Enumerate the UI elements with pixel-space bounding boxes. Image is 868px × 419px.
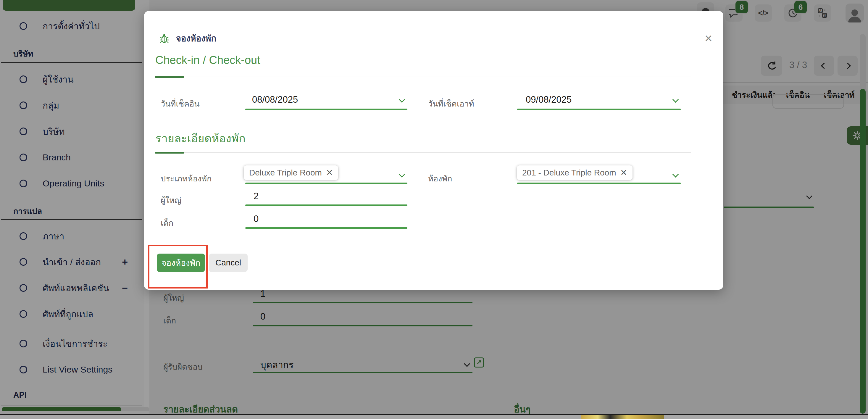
app-root: การตั้งค่าทั่วไป บริษัท ผู้ใช้งาน กลุ่ม … — [0, 0, 868, 419]
adults-value[interactable]: 2 — [253, 191, 258, 202]
checkin-field-underline — [245, 109, 407, 110]
chevron-down-icon[interactable] — [673, 171, 679, 178]
checkinout-section-heading: Check-in / Check-out — [155, 54, 260, 67]
bottom-screen-edge — [0, 414, 868, 419]
book-room-button[interactable]: จองห้องพัก — [157, 253, 205, 272]
dialog-header: จองห้องพัก — [159, 32, 216, 45]
room-section-heading: รายละเอียดห้องพัก — [155, 129, 246, 147]
checkout-date-label: วันที่เช็คเอาท์ — [428, 97, 474, 110]
bug-icon — [159, 33, 169, 43]
cancel-button[interactable]: Cancel — [209, 253, 248, 272]
children-label: เด็ก — [161, 217, 173, 229]
adults-underline — [245, 205, 407, 206]
room-label: ห้องพัก — [428, 172, 452, 185]
section-rule — [155, 77, 691, 77]
dialog-title: จองห้องพัก — [176, 32, 216, 45]
desktop-wallpaper-sliver — [581, 415, 664, 419]
chip-remove-icon[interactable]: ✕ — [620, 168, 627, 178]
section-rule-accent — [155, 76, 184, 78]
checkin-date-value[interactable]: 08/08/2025 — [252, 94, 298, 105]
chevron-down-icon[interactable] — [399, 171, 405, 178]
adults-label: ผู้ใหญ่ — [161, 194, 181, 207]
close-icon[interactable]: ✕ — [704, 33, 713, 43]
booking-dialog: จองห้องพัก ✕ Check-in / Check-out วันที่… — [144, 11, 723, 290]
section-rule-accent — [155, 152, 184, 154]
room-type-chip[interactable]: Deluxe Triple Room ✕ — [244, 166, 338, 180]
checkout-date-value[interactable]: 09/08/2025 — [526, 94, 571, 105]
room-type-underline — [245, 183, 407, 184]
checkout-field-underline — [517, 109, 681, 110]
room-chip[interactable]: 201 - Deluxe Triple Room ✕ — [517, 166, 632, 180]
chevron-down-icon[interactable] — [399, 96, 405, 103]
children-underline — [245, 227, 407, 229]
chip-label: Deluxe Triple Room — [249, 168, 322, 178]
room-type-label: ประเภทห้องพัก — [161, 172, 212, 185]
section-rule — [155, 152, 691, 153]
chevron-down-icon[interactable] — [673, 96, 679, 103]
checkin-date-label: วันที่เช็คอิน — [161, 97, 200, 110]
chip-remove-icon[interactable]: ✕ — [326, 168, 333, 178]
chip-label: 201 - Deluxe Triple Room — [522, 168, 616, 178]
children-value[interactable]: 0 — [253, 214, 258, 224]
room-underline — [517, 183, 681, 184]
